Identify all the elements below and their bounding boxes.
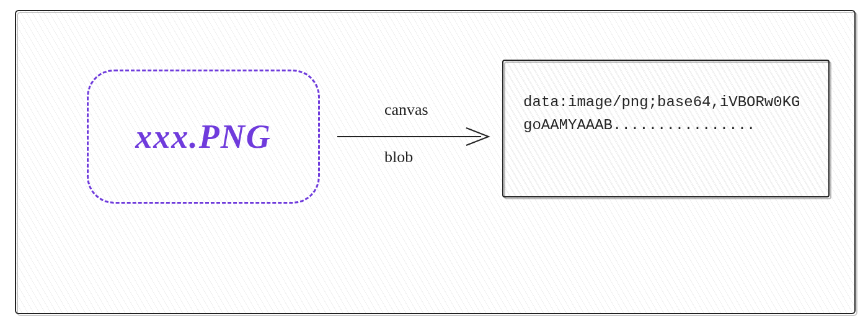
- arrow-label-canvas: canvas: [384, 101, 428, 119]
- source-file-label: xxx.PNG: [135, 117, 271, 156]
- source-file-node: xxx.PNG: [87, 70, 320, 204]
- arrow-label-blob: blob: [384, 148, 413, 166]
- output-data-uri-text: data:image/png;base64,iVBORw0KGgoAAMYAAA…: [523, 94, 800, 134]
- output-data-uri-node: data:image/png;base64,iVBORw0KGgoAAMYAAA…: [502, 60, 830, 197]
- arrow-icon: [335, 124, 496, 149]
